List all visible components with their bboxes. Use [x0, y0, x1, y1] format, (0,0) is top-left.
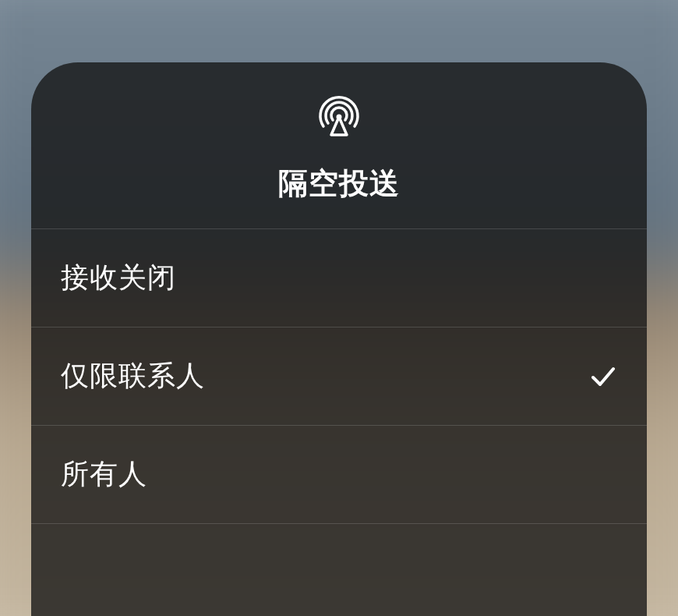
option-receiving-off[interactable]: 接收关闭	[31, 229, 647, 327]
panel-title: 隔空投送	[278, 164, 400, 204]
airdrop-icon	[316, 94, 362, 140]
checkmark-icon	[589, 363, 617, 391]
airdrop-panel: 隔空投送 接收关闭 仅限联系人 所有人	[31, 62, 647, 616]
option-contacts-only[interactable]: 仅限联系人	[31, 327, 647, 426]
panel-header: 隔空投送	[31, 62, 647, 229]
option-label: 仅限联系人	[61, 357, 205, 395]
option-everyone[interactable]: 所有人	[31, 426, 647, 524]
option-label: 所有人	[61, 455, 147, 494]
option-label: 接收关闭	[61, 259, 176, 297]
option-list: 接收关闭 仅限联系人 所有人	[31, 229, 647, 524]
